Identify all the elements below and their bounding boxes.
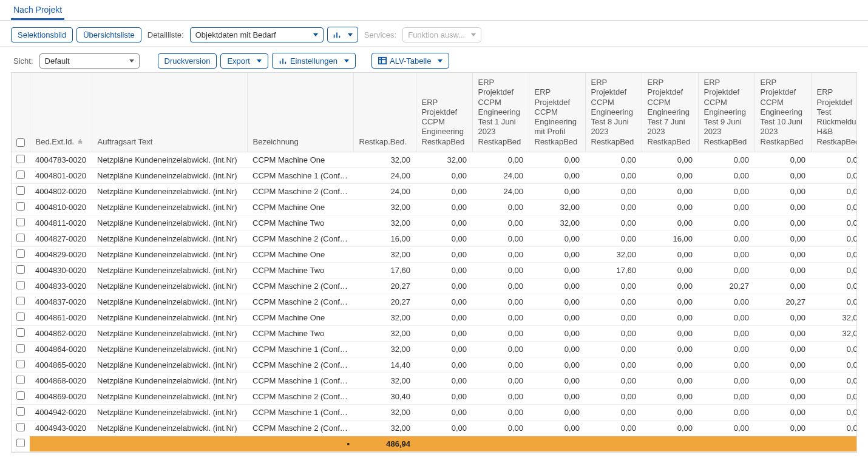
sicht-select[interactable]: Default xyxy=(39,53,140,69)
cell-value: 0,00 xyxy=(754,183,811,199)
select-all-header[interactable] xyxy=(12,73,30,152)
table-row[interactable]: 4004862-0020Netzpläne Kundeneinzelabwick… xyxy=(12,325,857,341)
row-checkbox[interactable] xyxy=(16,360,25,368)
row-checkbox[interactable] xyxy=(16,328,25,337)
cell-bezeichnung: CCPM Machine One xyxy=(247,246,353,262)
druckversion-button[interactable]: Druckversion xyxy=(158,53,217,69)
col-auftragsart[interactable]: Auftragsart Text xyxy=(92,73,247,152)
cell-value: 0,00 xyxy=(416,404,472,420)
cell-value: 0,00 xyxy=(642,183,698,199)
cell-value: 0,00 xyxy=(472,388,529,404)
uebersichtsliste-button[interactable]: Übersichtsliste xyxy=(76,27,141,42)
export-button[interactable]: Export xyxy=(220,53,268,69)
row-select-cell[interactable] xyxy=(12,215,30,231)
cell-value: 0,00 xyxy=(585,420,642,436)
row-select-cell[interactable] xyxy=(12,341,30,357)
col-proj-4[interactable]: ERP Projektdef CCPM Engineering Test 8 J… xyxy=(585,73,642,152)
row-checkbox[interactable] xyxy=(16,218,25,226)
row-checkbox[interactable] xyxy=(16,407,25,416)
table-row[interactable]: 4004829-0020Netzpläne Kundeneinzelabwick… xyxy=(12,246,857,262)
detailliste-select[interactable]: Objektdaten mit Bedarf xyxy=(190,27,324,42)
cell-value: 32,00 xyxy=(353,152,416,167)
row-checkbox[interactable] xyxy=(16,391,25,400)
table-row[interactable]: 4004861-0020Netzpläne Kundeneinzelabwick… xyxy=(12,309,857,325)
einstellungen-button[interactable]: Einstellungen xyxy=(272,53,356,69)
services-select[interactable]: Funktion ausw... xyxy=(402,27,481,42)
cell-value: 0,00 xyxy=(754,341,811,357)
row-checkbox[interactable] xyxy=(16,186,25,195)
table-row[interactable]: 4004868-0020Netzpläne Kundeneinzelabwick… xyxy=(12,373,857,388)
col-proj-6[interactable]: ERP Projektdef CCPM Engineering Test 9 J… xyxy=(698,73,754,152)
table-row[interactable]: 4004869-0020Netzpläne Kundeneinzelabwick… xyxy=(12,388,857,404)
col-bed-ext-id[interactable]: Bed.Ext.Id. ≜ xyxy=(30,73,92,152)
col-proj-8[interactable]: ERP Projektdef Test Rückmeldung H&B Rest… xyxy=(811,73,857,152)
row-select-cell[interactable] xyxy=(12,167,30,183)
row-checkbox[interactable] xyxy=(16,297,25,305)
row-checkbox[interactable] xyxy=(16,344,25,353)
table-row[interactable]: 4004864-0020Netzpläne Kundeneinzelabwick… xyxy=(12,341,857,357)
row-checkbox[interactable] xyxy=(16,281,25,289)
cell-value: 0,00 xyxy=(529,246,585,262)
table-row[interactable]: 4004833-0020Netzpläne Kundeneinzelabwick… xyxy=(12,278,857,294)
row-checkbox[interactable] xyxy=(16,249,25,258)
row-select-cell[interactable] xyxy=(12,262,30,278)
col-proj-7[interactable]: ERP Projektdef CCPM Engineering Test 10 … xyxy=(754,73,811,152)
selektionsbild-button[interactable]: Selektionsbild xyxy=(11,27,73,42)
table-row[interactable]: 4004783-0020Netzpläne Kundeneinzelabwick… xyxy=(12,152,857,167)
cell-bezeichnung: CCPM Machine Two xyxy=(247,262,353,278)
svg-rect-6 xyxy=(379,58,386,64)
row-select-cell[interactable] xyxy=(12,388,30,404)
col-proj-1[interactable]: ERP Projektdef CCPM Engineering RestkapB… xyxy=(416,73,472,152)
row-checkbox[interactable] xyxy=(16,312,25,321)
col-proj-5[interactable]: ERP Projektdef CCPM Engineering Test 7 J… xyxy=(642,73,698,152)
row-select-cell[interactable] xyxy=(12,152,30,167)
cell-value: 0,00 xyxy=(642,262,698,278)
cell-auftragsart: Netzpläne Kundeneinzelabwickl. (int.Nr) xyxy=(92,388,247,404)
row-select-cell[interactable] xyxy=(12,357,30,373)
table-row[interactable]: 4004943-0020Netzpläne Kundeneinzelabwick… xyxy=(12,420,857,436)
col-proj-3[interactable]: ERP Projektdef CCPM Engineering mit Prof… xyxy=(529,73,585,152)
row-select-cell[interactable] xyxy=(12,199,30,215)
row-select-cell[interactable] xyxy=(12,278,30,294)
row-select-cell[interactable] xyxy=(12,325,30,341)
table-row[interactable]: 4004942-0020Netzpläne Kundeneinzelabwick… xyxy=(12,404,857,420)
row-checkbox[interactable] xyxy=(16,202,25,211)
col-proj-2[interactable]: ERP Projektdef CCPM Engineering Test 1 J… xyxy=(472,73,529,152)
cell-value: 0,00 xyxy=(698,373,754,388)
select-all-checkbox[interactable] xyxy=(16,138,25,147)
table-row[interactable]: 4004810-0020Netzpläne Kundeneinzelabwick… xyxy=(12,199,857,215)
row-checkbox[interactable] xyxy=(16,171,25,179)
row-select-cell[interactable] xyxy=(12,246,30,262)
row-select-cell[interactable] xyxy=(12,404,30,420)
table-row[interactable]: 4004811-0020Netzpläne Kundeneinzelabwick… xyxy=(12,215,857,231)
cell-value: 0,00 xyxy=(698,341,754,357)
table-row[interactable]: 4004837-0020Netzpläne Kundeneinzelabwick… xyxy=(12,294,857,309)
cell-value: 0,00 xyxy=(811,357,857,373)
row-select-cell[interactable] xyxy=(12,231,30,246)
table-row[interactable]: 4004827-0020Netzpläne Kundeneinzelabwick… xyxy=(12,231,857,246)
row-select-cell[interactable] xyxy=(12,309,30,325)
total-checkbox[interactable] xyxy=(16,439,25,447)
cell-value: 0,00 xyxy=(529,294,585,309)
chart-button[interactable] xyxy=(327,27,358,42)
cell-value: 0,00 xyxy=(529,152,585,167)
col-bezeichnung[interactable]: Bezeichnung xyxy=(247,73,353,152)
row-checkbox[interactable] xyxy=(16,376,25,384)
table-row[interactable]: 4004865-0020Netzpläne Kundeneinzelabwick… xyxy=(12,357,857,373)
tab-nach-projekt[interactable]: Nach Projekt xyxy=(11,0,64,20)
row-select-cell[interactable] xyxy=(12,373,30,388)
row-checkbox[interactable] xyxy=(16,423,25,431)
row-checkbox[interactable] xyxy=(16,155,25,163)
total-empty-value xyxy=(698,436,754,451)
row-checkbox[interactable] xyxy=(16,265,25,274)
col-restkap[interactable]: Restkap.Bed. xyxy=(353,73,416,152)
table-row[interactable]: 4004802-0020Netzpläne Kundeneinzelabwick… xyxy=(12,183,857,199)
alv-tabelle-button[interactable]: ALV-Tabelle xyxy=(371,53,449,69)
row-select-cell[interactable] xyxy=(12,420,30,436)
table-row[interactable]: 4004830-0020Netzpläne Kundeneinzelabwick… xyxy=(12,262,857,278)
cell-value: 0,00 xyxy=(642,278,698,294)
row-select-cell[interactable] xyxy=(12,183,30,199)
row-select-cell[interactable] xyxy=(12,294,30,309)
table-row[interactable]: 4004801-0020Netzpläne Kundeneinzelabwick… xyxy=(12,167,857,183)
row-checkbox[interactable] xyxy=(16,234,25,242)
